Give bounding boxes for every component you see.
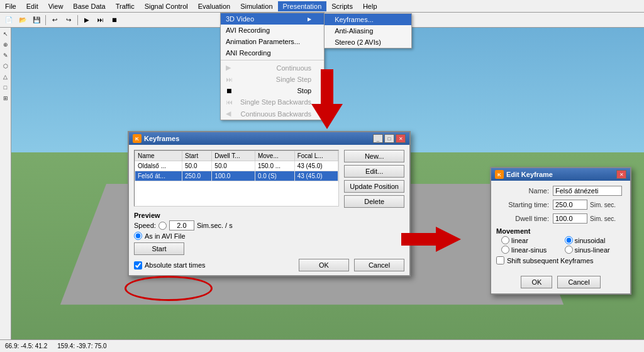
presentation-dropdown: 3D Video ▶ Keyframes... Anti-Aliasing St… xyxy=(220,13,325,120)
sidebar-btn-4[interactable]: ⬡ xyxy=(1,61,11,71)
toolbar-undo[interactable]: ↩ xyxy=(48,14,61,26)
speed-unit: Sim.sec. / s xyxy=(197,222,233,229)
sidebar-btn-3[interactable]: ✎ xyxy=(1,50,11,60)
speed-label: Speed: xyxy=(134,222,156,229)
shift-checkbox[interactable] xyxy=(496,256,504,264)
kf-titlebar: K Keyframes _ □ ✕ xyxy=(129,132,409,145)
submenu-antialiasing[interactable]: Anti-Aliasing xyxy=(325,25,411,37)
menu-help[interactable]: Help xyxy=(358,1,382,11)
toolbar-new[interactable]: 📄 xyxy=(3,14,15,26)
starting-time-unit: Sim. sec. xyxy=(590,202,616,208)
edit-button[interactable]: Edit... xyxy=(344,165,404,178)
starting-time-label: Starting time: xyxy=(496,201,553,208)
menu-presentation[interactable]: Presentation xyxy=(278,1,327,11)
avi-radio[interactable] xyxy=(134,232,142,240)
row2-start: 250.0 xyxy=(182,171,212,181)
delete-button[interactable]: Delete xyxy=(344,195,404,208)
radio-sinus-linear[interactable]: sinus-linear xyxy=(565,246,626,254)
edit-kf-close-btn[interactable]: ✕ xyxy=(616,170,626,179)
presentation-menu: 3D Video ▶ Keyframes... Anti-Aliasing St… xyxy=(220,13,325,120)
edit-kf-titlebar: K Edit Keyframe ✕ xyxy=(491,168,630,181)
cancel-button[interactable]: Cancel xyxy=(354,259,404,271)
radio-sinus-linear-input[interactable] xyxy=(565,246,573,254)
toolbar-save[interactable]: 💾 xyxy=(30,14,43,26)
submenu-keyframes[interactable]: Keyframes... xyxy=(325,14,411,25)
keyframes-dialog: K Keyframes _ □ ✕ Name Start Dwell T... … xyxy=(128,131,411,276)
sidebar-btn-5[interactable]: △ xyxy=(1,72,11,82)
absolute-start-checkbox[interactable] xyxy=(134,261,142,270)
row2-dwell: 100.0 xyxy=(212,171,255,181)
radio-sinusoidal-input[interactable] xyxy=(565,236,573,244)
menu-file[interactable]: File xyxy=(0,1,21,11)
menu-animation-params[interactable]: Animation Parameters... xyxy=(221,36,324,47)
dwell-time-input[interactable] xyxy=(553,213,587,224)
col-dwell: Dwell T... xyxy=(212,151,255,161)
update-position-button[interactable]: Update Position xyxy=(344,180,404,193)
menu-ani-recording[interactable]: ANI Recording xyxy=(221,47,324,59)
sidebar-btn-7[interactable]: ⊞ xyxy=(1,93,11,103)
toolbar-open[interactable]: 📂 xyxy=(16,14,29,26)
kf-title-icon: K xyxy=(133,134,142,143)
name-label: Name: xyxy=(496,187,553,195)
table-row[interactable]: Oldalső ... 50.0 50.0 150.0 ... 43 (45.0… xyxy=(135,161,338,171)
absolute-start-text: Absolute start times xyxy=(145,261,206,269)
menu-simulation[interactable]: Simulation xyxy=(235,1,277,11)
menu-basedata[interactable]: Base Data xyxy=(68,1,110,11)
menu-signal[interactable]: Signal Control xyxy=(140,1,193,11)
menu-3d-video[interactable]: 3D Video ▶ Keyframes... Anti-Aliasing St… xyxy=(221,13,324,25)
status-coords1: 66.9: -4.5: 41.2 xyxy=(5,343,47,349)
dwell-time-unit: Sim. sec. xyxy=(590,215,616,222)
kf-minimize-btn[interactable]: _ xyxy=(373,134,383,143)
radio-linear-sinus-label: linear-sinus xyxy=(511,246,547,254)
name-input[interactable] xyxy=(553,186,622,196)
radio-linear-input[interactable] xyxy=(501,236,509,244)
sidebar-btn-6[interactable]: □ xyxy=(1,82,11,93)
row2-focal: 43 (45.0) xyxy=(294,171,338,181)
row2-name: Felső át... xyxy=(135,171,182,181)
absolute-start-label[interactable]: Absolute start times xyxy=(134,261,206,270)
toolbar-redo[interactable]: ↪ xyxy=(62,14,75,26)
menu-single-step-backwards: ⏮Single Step Backwards xyxy=(221,96,324,108)
speed-input[interactable] xyxy=(169,220,194,230)
ok-button[interactable]: OK xyxy=(299,259,349,271)
kf-bottom: Absolute start times OK Cancel xyxy=(129,255,409,275)
starting-time-input[interactable] xyxy=(553,200,587,210)
toolbar-separator-2 xyxy=(77,15,78,25)
toolbar-play[interactable]: ▶ xyxy=(80,14,93,26)
menu-evaluation[interactable]: Evaluation xyxy=(193,1,235,11)
toolbar-step[interactable]: ⏭ xyxy=(94,14,107,26)
radio-linear-sinus-input[interactable] xyxy=(501,246,509,254)
menu-traffic[interactable]: Traffic xyxy=(111,1,140,11)
edit-cancel-button[interactable]: Cancel xyxy=(557,276,600,288)
radio-linear[interactable]: linear xyxy=(501,236,562,244)
kf-maximize-btn[interactable]: □ xyxy=(384,134,394,143)
shift-label: Shift subsequent Keyframes xyxy=(507,257,594,264)
menu-scripts[interactable]: Scripts xyxy=(326,1,358,11)
speed-radio[interactable] xyxy=(158,222,167,230)
toolbar-stop[interactable]: ⏹ xyxy=(108,14,121,26)
row2-move: 0.0 (S) xyxy=(255,171,294,181)
menu-avi-recording[interactable]: AVI Recording xyxy=(221,25,324,36)
bottom-buttons: OK Cancel xyxy=(299,259,404,271)
radio-linear-sinus[interactable]: linear-sinus xyxy=(501,246,562,254)
menu-continuous-backwards: ◀Continuous Backwards xyxy=(221,108,324,120)
edit-ok-button[interactable]: OK xyxy=(521,276,552,288)
sidebar-btn-1[interactable]: ↖ xyxy=(1,29,11,39)
kf-table-area[interactable]: Name Start Dwell T... Move... Focal L...… xyxy=(134,150,339,207)
edit-kf-icon: K xyxy=(495,170,504,179)
sidebar-btn-2[interactable]: ⊕ xyxy=(1,40,11,50)
shift-checkbox-row: Shift subsequent Keyframes xyxy=(496,256,625,264)
menu-stop[interactable]: ⏹Stop xyxy=(221,85,324,96)
radio-sinusoidal[interactable]: sinusoidal xyxy=(565,236,626,244)
row1-focal: 43 (45.0) xyxy=(294,161,338,171)
table-row-selected[interactable]: Felső át... 250.0 100.0 0.0 (S) 43 (45.0… xyxy=(135,171,338,181)
kf-close-btn[interactable]: ✕ xyxy=(396,134,406,143)
left-sidebar: ↖ ⊕ ✎ ⬡ △ □ ⊞ xyxy=(0,28,11,339)
submenu-stereo[interactable]: Stereo (2 AVIs) xyxy=(325,37,411,48)
menu-view[interactable]: View xyxy=(43,1,69,11)
start-button[interactable]: Start xyxy=(134,242,184,255)
new-button[interactable]: New... xyxy=(344,150,404,162)
avi-label: As in AVI File xyxy=(145,232,186,240)
menu-edit[interactable]: Edit xyxy=(21,1,43,11)
kf-dialog-controls: _ □ ✕ xyxy=(373,134,406,143)
